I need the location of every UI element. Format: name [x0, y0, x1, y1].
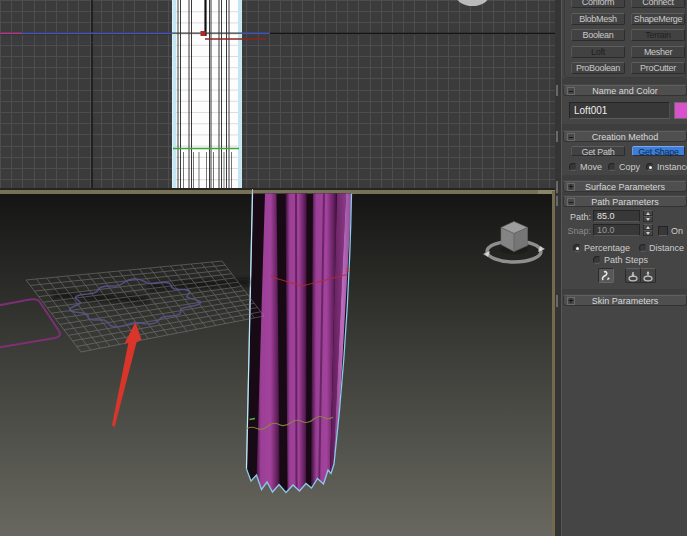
svg-text:x: x [346, 265, 350, 274]
